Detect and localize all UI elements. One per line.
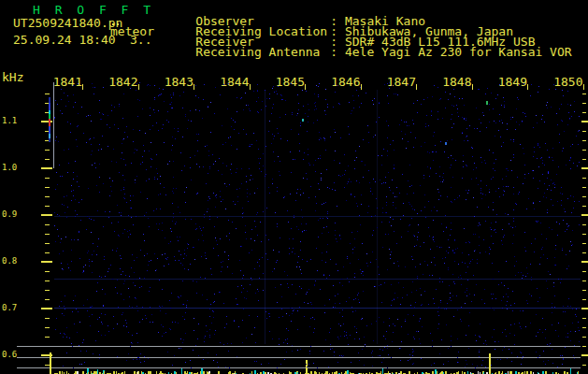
freq-minor-tick-right: [582, 178, 586, 179]
noise-dot: [513, 154, 514, 155]
noise-dot: [55, 241, 56, 242]
noise-dot: [269, 121, 270, 122]
noise-dot: [178, 296, 179, 297]
noise-dot: [81, 199, 82, 200]
noise-dot: [268, 313, 269, 314]
noise-dot: [305, 113, 306, 114]
noise-dot: [92, 306, 93, 307]
noise-dot: [319, 139, 320, 140]
noise-dot: [291, 228, 292, 229]
noise-dot: [523, 112, 523, 113]
noise-dot: [563, 358, 564, 359]
noise-dot: [124, 132, 125, 133]
noise-dot: [243, 275, 244, 276]
noise-dot: [112, 180, 113, 181]
noise-dot: [255, 342, 256, 343]
noise-dot: [451, 336, 452, 337]
noise-dot: [471, 301, 472, 302]
noise-dot: [228, 137, 229, 138]
noise-dot: [258, 149, 259, 150]
noise-dot: [420, 264, 421, 265]
noise-dot: [222, 266, 222, 267]
noise-dot: [209, 219, 210, 220]
noise-dot: [139, 130, 140, 131]
noise-dot: [315, 160, 316, 161]
noise-dot: [525, 251, 526, 252]
noise-dot: [351, 110, 352, 111]
noise-dot: [543, 361, 544, 362]
noise-dot: [566, 337, 566, 338]
noise-dot: [164, 266, 165, 266]
noise-dot: [146, 318, 147, 319]
noise-dot: [500, 137, 501, 137]
noise-dot: [202, 235, 203, 236]
noise-dot: [579, 201, 580, 202]
noise-dot: [163, 89, 164, 90]
noise-dot: [578, 144, 579, 145]
noise-dot: [261, 241, 262, 242]
noise-dot: [563, 95, 564, 96]
noise-dot: [151, 159, 152, 160]
noise-dot: [529, 294, 530, 295]
noise-dot: [242, 342, 243, 343]
noise-dot: [131, 267, 132, 268]
noise-dot: [247, 291, 248, 292]
noise-dot: [327, 244, 328, 245]
noise-dot: [503, 186, 504, 187]
time-tick-label: 1850: [552, 76, 583, 88]
noise-dot: [469, 294, 470, 295]
noise-dot: [539, 355, 540, 356]
noise-dot: [72, 311, 73, 312]
noise-dot: [467, 140, 468, 141]
noise-dot: [559, 108, 560, 109]
freq-minor-tick-left: [45, 299, 50, 300]
noise-dot: [208, 155, 209, 156]
noise-dot: [554, 187, 555, 188]
noise-dot: [259, 278, 260, 279]
noise-dot: [229, 239, 230, 240]
noise-dot: [349, 102, 350, 103]
noise-dot: [71, 200, 72, 201]
noise-dot: [167, 164, 168, 165]
time-tick-label: 1841: [51, 76, 82, 88]
noise-dot: [491, 294, 492, 295]
noise-dot: [387, 348, 388, 349]
noise-dot: [558, 279, 559, 280]
noise-dot: [285, 100, 286, 101]
noise-dot: [89, 259, 90, 260]
noise-dot: [195, 109, 196, 110]
noise-dot: [292, 114, 293, 115]
noise-dot: [451, 165, 452, 165]
noise-dot: [514, 324, 515, 324]
noise-dot: [109, 178, 110, 179]
noise-dot: [547, 212, 548, 213]
noise-dot: [63, 366, 64, 367]
noise-dot: [184, 319, 185, 320]
noise-dot: [494, 309, 495, 310]
noise-dot: [80, 220, 81, 221]
noise-dot: [126, 202, 127, 203]
noise-dot: [377, 208, 378, 209]
noise-dot: [479, 350, 480, 351]
noise-dot: [325, 89, 326, 90]
noise-dot: [504, 101, 505, 102]
noise-dot: [375, 135, 376, 136]
noise-dot: [394, 293, 395, 294]
noise-dot: [186, 255, 187, 256]
noise-dot: [227, 266, 228, 267]
noise-dot: [560, 282, 561, 283]
noise-dot: [522, 278, 523, 279]
noise-dot: [91, 219, 92, 220]
noise-dot: [339, 355, 340, 356]
noise-dot: [427, 265, 428, 266]
noise-dot: [552, 183, 553, 184]
noise-dot: [353, 299, 354, 300]
noise-dot: [420, 185, 421, 186]
noise-dot: [146, 180, 147, 181]
time-tick-label: 1842: [108, 76, 138, 88]
noise-dot: [395, 208, 396, 209]
noise-dot: [405, 319, 406, 320]
noise-dot: [65, 334, 65, 335]
noise-dot: [78, 113, 79, 114]
noise-dot: [162, 306, 163, 307]
